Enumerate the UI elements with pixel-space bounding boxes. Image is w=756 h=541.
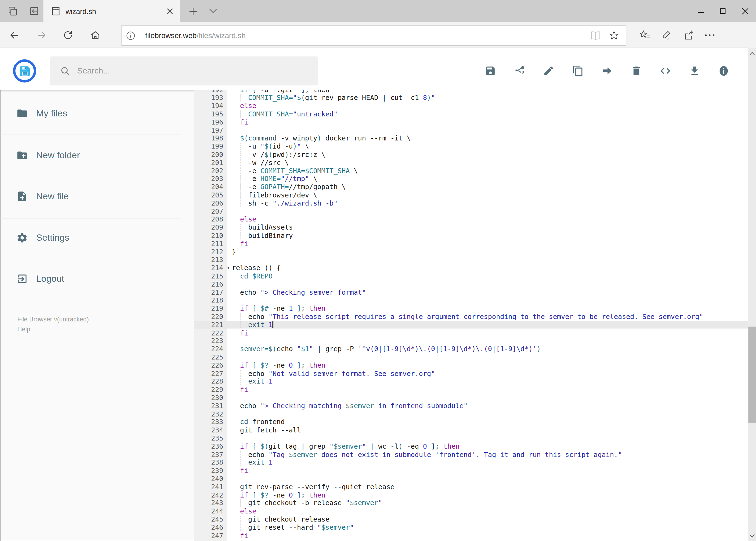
line-number[interactable]: 240: [194, 475, 226, 483]
line-number[interactable]: 198: [194, 134, 226, 142]
favorite-star-icon[interactable]: [609, 31, 619, 41]
line-number[interactable]: 242: [194, 491, 226, 499]
maximize-button[interactable]: [712, 0, 734, 22]
scrollbar-thumb[interactable]: [748, 326, 756, 422]
sidebar-item-settings[interactable]: Settings: [0, 226, 183, 250]
line-number[interactable]: 210: [194, 232, 226, 240]
info-icon[interactable]: [718, 65, 730, 77]
line-number[interactable]: 197: [194, 126, 226, 134]
back-icon[interactable]: [6, 28, 23, 43]
rename-pencil-icon[interactable]: [543, 65, 554, 77]
site-info-icon[interactable]: [126, 31, 135, 40]
line-number[interactable]: 224: [194, 345, 226, 353]
line-number[interactable]: 221: [194, 320, 226, 329]
line-number[interactable]: 206: [194, 199, 226, 207]
line-number[interactable]: 209: [194, 224, 226, 232]
share-icon[interactable]: [681, 28, 697, 43]
line-number[interactable]: 237: [194, 450, 226, 459]
home-icon[interactable]: [87, 28, 104, 43]
tab-close-icon[interactable]: [167, 8, 173, 14]
line-number[interactable]: 205: [194, 191, 226, 199]
sidebar-item-new-file[interactable]: New file: [0, 185, 183, 208]
line-number[interactable]: 222: [194, 329, 226, 337]
filebrowser-logo-icon[interactable]: [13, 59, 36, 83]
line-number[interactable]: 202: [194, 167, 226, 175]
line-number[interactable]: 228: [194, 377, 226, 385]
page-scrollbar[interactable]: [748, 48, 756, 541]
fold-arrow-icon[interactable]: ▾: [227, 264, 230, 272]
line-number[interactable]: 196: [194, 118, 226, 126]
new-tab-icon[interactable]: [185, 4, 201, 18]
line-number[interactable]: 220: [194, 312, 226, 320]
url-text[interactable]: filebrowser.web/files/wizard.sh: [145, 31, 590, 40]
minimize-button[interactable]: [689, 0, 711, 22]
set-tabs-aside-icon[interactable]: [25, 4, 42, 18]
refresh-icon[interactable]: [60, 28, 76, 43]
line-number[interactable]: 212: [194, 248, 226, 256]
line-number[interactable]: 208: [194, 215, 226, 224]
scroll-down-icon[interactable]: [748, 530, 756, 541]
line-number[interactable]: 245: [194, 515, 226, 523]
line-number[interactable]: 246: [194, 523, 226, 532]
scroll-up-icon[interactable]: [748, 48, 756, 59]
search-input[interactable]: Search...: [50, 56, 318, 85]
forward-icon[interactable]: [33, 28, 50, 43]
line-number[interactable]: 241: [194, 483, 226, 491]
line-number[interactable]: 211: [194, 240, 226, 248]
line-number[interactable]: 201: [194, 159, 226, 167]
close-button[interactable]: [734, 0, 756, 22]
line-number[interactable]: 203: [194, 175, 226, 183]
move-arrow-icon[interactable]: [601, 65, 613, 77]
line-number[interactable]: 216: [194, 280, 226, 288]
line-number[interactable]: 195: [194, 110, 226, 118]
line-number[interactable]: 231: [194, 402, 226, 410]
line-number[interactable]: 213: [194, 256, 226, 264]
line-number[interactable]: 225: [194, 353, 226, 361]
tab-list-chevron-icon[interactable]: [205, 4, 221, 18]
line-number[interactable]: 229: [194, 385, 226, 393]
line-number[interactable]: 215: [194, 272, 226, 280]
line-number[interactable]: 236: [194, 442, 226, 450]
tab-preview-icon[interactable]: [4, 4, 21, 18]
line-number[interactable]: 239: [194, 467, 226, 475]
browser-tab[interactable]: wizard.sh: [44, 0, 180, 22]
line-number[interactable]: 247: [194, 532, 226, 540]
line-number[interactable]: 192: [194, 90, 226, 94]
sidebar-item-new-folder[interactable]: New folder: [0, 144, 183, 167]
copy-icon[interactable]: [572, 65, 584, 77]
line-number[interactable]: 230: [194, 393, 226, 402]
line-number[interactable]: 226: [194, 361, 226, 369]
line-number[interactable]: 207: [194, 207, 226, 215]
sidebar-item-logout[interactable]: Logout: [0, 268, 183, 290]
line-number[interactable]: 238: [194, 459, 226, 467]
annotate-pen-icon[interactable]: [658, 28, 675, 43]
delete-trash-icon[interactable]: [630, 65, 642, 77]
hub-favorites-icon[interactable]: [637, 28, 653, 43]
line-number[interactable]: 227: [194, 369, 226, 377]
settings-more-icon[interactable]: [701, 28, 718, 43]
line-number[interactable]: 194: [194, 102, 226, 110]
line-number[interactable]: 193: [194, 94, 226, 102]
help-link[interactable]: Help: [17, 326, 30, 333]
line-number[interactable]: 223: [194, 337, 226, 345]
line-number[interactable]: 217: [194, 288, 226, 296]
line-number[interactable]: 235: [194, 434, 226, 442]
raw-code-icon[interactable]: [660, 65, 671, 77]
line-number[interactable]: 214: [194, 264, 226, 272]
line-number[interactable]: 232: [194, 410, 226, 418]
code-editor[interactable]: 192 if [ -d ".git" ]; then193 COMMIT_SHA…: [194, 90, 748, 541]
line-number[interactable]: 244: [194, 507, 226, 515]
line-number[interactable]: 219: [194, 304, 226, 312]
address-bar[interactable]: filebrowser.web/files/wizard.sh: [122, 25, 626, 46]
line-number[interactable]: 233: [194, 418, 226, 426]
line-number[interactable]: 204: [194, 183, 226, 191]
line-number[interactable]: 234: [194, 426, 226, 434]
line-number[interactable]: 243: [194, 499, 226, 507]
line-number[interactable]: 200: [194, 151, 226, 159]
save-icon[interactable]: [484, 65, 496, 77]
download-icon[interactable]: [689, 65, 700, 77]
sidebar-item-my-files[interactable]: My files: [0, 102, 183, 125]
line-number[interactable]: 199: [194, 142, 226, 151]
line-number[interactable]: 218: [194, 296, 226, 304]
share-file-icon[interactable]: [514, 65, 525, 77]
